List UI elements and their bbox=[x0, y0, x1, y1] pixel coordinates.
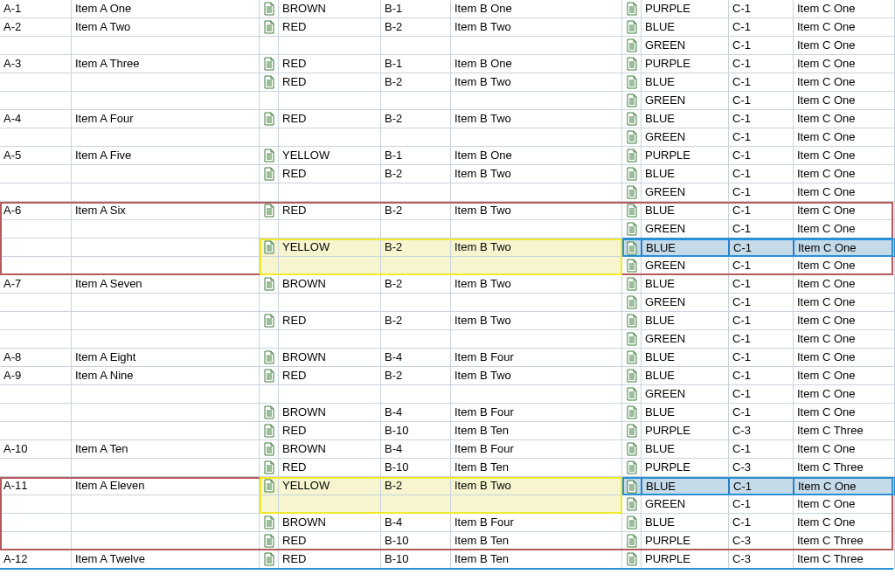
c-name[interactable]: Item C One bbox=[794, 55, 895, 73]
b-name[interactable]: Item B Two bbox=[451, 110, 622, 128]
a-code[interactable]: A-4 bbox=[0, 110, 72, 128]
table-row[interactable]: A-12Item A TwelveREDB-10Item B TenPURPLE… bbox=[0, 550, 895, 569]
c-code[interactable]: C-1 bbox=[729, 514, 794, 532]
c-code[interactable]: C-1 bbox=[729, 385, 794, 404]
b-code[interactable]: B-4 bbox=[381, 514, 451, 532]
table-row[interactable]: REDB-2Item B TwoBLUEC-1Item C One bbox=[0, 73, 895, 92]
c-name[interactable]: Item C Three bbox=[794, 532, 895, 550]
table-row[interactable]: GREENC-1Item C One bbox=[0, 385, 895, 404]
a-code[interactable]: A-2 bbox=[0, 18, 72, 37]
c-color[interactable]: GREEN bbox=[642, 330, 729, 349]
c-code[interactable]: C-1 bbox=[729, 257, 794, 275]
b-color[interactable]: YELLOW bbox=[279, 147, 381, 165]
table-row[interactable]: GREENC-1Item C One bbox=[0, 330, 895, 349]
c-name[interactable]: Item C One bbox=[794, 0, 895, 18]
c-name[interactable]: Item C One bbox=[794, 349, 895, 367]
b-name[interactable]: Item B Two bbox=[451, 73, 622, 92]
c-name[interactable]: Item C One bbox=[794, 37, 895, 55]
b-color[interactable]: BROWN bbox=[279, 440, 381, 459]
c-code[interactable]: C-1 bbox=[729, 55, 794, 73]
c-color[interactable]: BLUE bbox=[642, 514, 729, 532]
b-code[interactable]: B-2 bbox=[381, 18, 451, 37]
c-code[interactable]: C-1 bbox=[729, 495, 794, 514]
c-name[interactable]: Item C One bbox=[794, 18, 895, 37]
b-color[interactable]: BROWN bbox=[279, 0, 381, 18]
c-color[interactable]: GREEN bbox=[642, 257, 729, 275]
b-name[interactable]: Item B Four bbox=[451, 514, 622, 532]
c-color[interactable]: PURPLE bbox=[642, 147, 729, 165]
c-color[interactable]: PURPLE bbox=[642, 55, 729, 73]
table-row[interactable]: A-2Item A TwoREDB-2Item B TwoBLUEC-1Item… bbox=[0, 18, 895, 37]
table-row[interactable]: A-10Item A TenBROWNB-4Item B FourBLUEC-1… bbox=[0, 440, 895, 459]
b-code[interactable]: B-1 bbox=[381, 147, 451, 165]
c-code[interactable]: C-1 bbox=[729, 147, 794, 165]
c-name[interactable]: Item C One bbox=[794, 183, 895, 202]
b-name[interactable]: Item B Four bbox=[451, 349, 622, 367]
c-name[interactable]: Item C One bbox=[794, 495, 895, 514]
c-name[interactable]: Item C One bbox=[794, 239, 895, 257]
c-name[interactable]: Item C Three bbox=[794, 422, 895, 440]
c-code[interactable]: C-1 bbox=[729, 239, 794, 257]
a-code[interactable]: A-5 bbox=[0, 147, 72, 165]
b-code[interactable]: B-4 bbox=[381, 349, 451, 367]
c-code[interactable]: C-1 bbox=[729, 18, 794, 37]
a-name[interactable]: Item A Eleven bbox=[72, 477, 260, 495]
c-name[interactable]: Item C One bbox=[794, 147, 895, 165]
b-color[interactable]: YELLOW bbox=[279, 477, 381, 495]
c-color[interactable]: BLUE bbox=[642, 239, 729, 257]
c-code[interactable]: C-1 bbox=[729, 477, 794, 495]
c-color[interactable]: PURPLE bbox=[642, 532, 729, 550]
c-name[interactable]: Item C One bbox=[794, 110, 895, 128]
table-row[interactable]: GREENC-1Item C One bbox=[0, 495, 895, 514]
b-code[interactable]: B-2 bbox=[381, 367, 451, 385]
c-code[interactable]: C-1 bbox=[729, 128, 794, 147]
b-color[interactable] bbox=[279, 495, 381, 514]
b-name[interactable]: Item B One bbox=[451, 147, 622, 165]
c-color[interactable]: BLUE bbox=[642, 165, 729, 183]
c-name[interactable]: Item C One bbox=[794, 220, 895, 239]
c-code[interactable]: C-1 bbox=[729, 110, 794, 128]
b-color[interactable]: YELLOW bbox=[279, 239, 381, 257]
b-name[interactable]: Item B Two bbox=[451, 165, 622, 183]
a-name[interactable]: Item A Three bbox=[72, 55, 260, 73]
c-color[interactable]: BLUE bbox=[642, 404, 729, 422]
c-code[interactable]: C-1 bbox=[729, 349, 794, 367]
c-color[interactable]: GREEN bbox=[642, 220, 729, 239]
table-row[interactable]: GREENC-1Item C One bbox=[0, 294, 895, 312]
c-name[interactable]: Item C One bbox=[794, 330, 895, 349]
c-color[interactable]: BLUE bbox=[642, 18, 729, 37]
a-name[interactable]: Item A Nine bbox=[72, 367, 260, 385]
c-code[interactable]: C-1 bbox=[729, 220, 794, 239]
a-name[interactable]: Item A Twelve bbox=[72, 550, 260, 569]
c-name[interactable]: Item C Three bbox=[794, 550, 895, 569]
c-name[interactable]: Item C One bbox=[794, 404, 895, 422]
b-name[interactable]: Item B Two bbox=[451, 275, 622, 294]
a-code[interactable]: A-12 bbox=[0, 550, 72, 569]
c-color[interactable]: GREEN bbox=[642, 128, 729, 147]
b-color[interactable]: RED bbox=[279, 550, 381, 569]
a-name[interactable]: Item A Five bbox=[72, 147, 260, 165]
b-code[interactable]: B-10 bbox=[381, 532, 451, 550]
table-row[interactable]: GREENC-1Item C One bbox=[0, 183, 895, 202]
c-code[interactable]: C-1 bbox=[729, 294, 794, 312]
table-row[interactable]: A-8Item A EightBROWNB-4Item B FourBLUEC-… bbox=[0, 349, 895, 367]
c-code[interactable]: C-1 bbox=[729, 73, 794, 92]
c-name[interactable]: Item C One bbox=[794, 92, 895, 110]
b-code[interactable]: B-10 bbox=[381, 459, 451, 477]
b-color[interactable]: RED bbox=[279, 73, 381, 92]
table-row[interactable]: REDB-2Item B TwoBLUEC-1Item C One bbox=[0, 312, 895, 330]
a-code[interactable]: A-10 bbox=[0, 440, 72, 459]
table-row[interactable]: A-7Item A SevenBROWNB-2Item B TwoBLUEC-1… bbox=[0, 275, 895, 294]
c-color[interactable]: BLUE bbox=[642, 477, 729, 495]
b-code[interactable]: B-4 bbox=[381, 404, 451, 422]
b-color[interactable]: RED bbox=[279, 202, 381, 220]
c-name[interactable]: Item C One bbox=[794, 128, 895, 147]
b-name[interactable] bbox=[451, 257, 622, 275]
table-row[interactable]: BROWNB-4Item B FourBLUEC-1Item C One bbox=[0, 404, 895, 422]
b-color[interactable]: RED bbox=[279, 55, 381, 73]
table-row[interactable]: GREENC-1Item C One bbox=[0, 257, 895, 275]
table-row[interactable]: A-6Item A SixREDB-2Item B TwoBLUEC-1Item… bbox=[0, 202, 895, 220]
a-name[interactable]: Item A Two bbox=[72, 18, 260, 37]
b-name[interactable]: Item B Four bbox=[451, 440, 622, 459]
table-row[interactable]: GREENC-1Item C One bbox=[0, 128, 895, 147]
